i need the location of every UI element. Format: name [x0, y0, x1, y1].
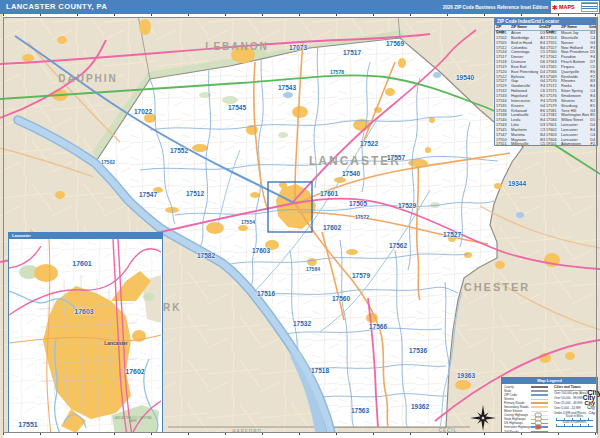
legend-line-symbols: CountyStateZIP CodeStreetsPrimary RoadsS…: [504, 385, 551, 434]
scale-bar-row: Scale in Kilometers: [554, 421, 595, 427]
table-cell: C5: [539, 142, 546, 147]
compass-rose-icon: [468, 403, 498, 433]
title-bar: LANCASTER COUNTY, PA 2026 ZIP Code Busin…: [0, 0, 600, 14]
legend-line-swatch: [531, 399, 548, 400]
legend-line-swatch: [531, 411, 548, 412]
column-header: ZIP Name: [561, 25, 589, 30]
inset-map-svg: [9, 239, 161, 436]
bottom-grid-ruler: [3, 432, 597, 438]
map-canvas: DAUPHINLEBANONLANCASTERCHESTERYORKHARFOR…: [0, 0, 600, 438]
logo-globe-icon: ✱: [552, 4, 558, 11]
logo-text: MAPS: [559, 4, 575, 10]
legend-city-classes: Over 100,000 pop (Area)CityOver 50,000 -…: [554, 391, 595, 415]
scale-bar: [556, 424, 593, 427]
zip-table-body: 17501AkronD317552Mount JoyB317502Bainbri…: [495, 31, 597, 147]
table-cell: 19501: [546, 142, 561, 147]
top-grid-ruler: [3, 14, 597, 18]
table-cell: F2: [589, 142, 596, 147]
city-class-label: Over 25,000 - 49,999: [554, 401, 582, 405]
table-row: 17551MillersvilleC519501AdamstownF2: [496, 142, 596, 147]
city-class-sample: City: [587, 406, 595, 410]
map-title: LANCASTER COUNTY, PA: [6, 2, 107, 11]
legend-line-swatch: [531, 406, 548, 408]
table-cell: Adamstown: [561, 142, 589, 147]
column-header: Grid: [539, 25, 546, 30]
column-header: ZIP Code: [546, 25, 561, 30]
column-header: Grid: [589, 25, 596, 30]
map-legend: Map Legend CountyStateZIP CodeStreetsPri…: [501, 377, 598, 434]
legend-line-swatch: [531, 386, 548, 388]
legend-line-swatch: [531, 390, 548, 392]
legend-scale-bars: Scale in MilesScale in Kilometers: [554, 415, 595, 427]
zip-table-header: ZIP Code Index/Grid Locator: [495, 18, 597, 25]
table-cell: Millersville: [511, 142, 539, 147]
legend-line-swatch: [531, 402, 548, 404]
publisher-logo: ✱ MAPS: [551, 1, 599, 13]
city-class-label: Over 5,000 - 24,999: [554, 406, 581, 410]
legend-line-swatch: [531, 394, 548, 395]
city-class-sample: City: [588, 411, 595, 415]
logo-info-box: [581, 2, 598, 12]
column-header: ZIP Code: [496, 25, 511, 30]
table-cell: 17551: [496, 142, 511, 147]
legend-city-row: Over 5,000 - 24,999City: [554, 405, 595, 410]
column-header: ZIP Name: [511, 25, 539, 30]
edition-label: 2026 ZIP Code Business Reference Inset E…: [443, 5, 548, 10]
inset-map: Lancaster: [8, 232, 163, 437]
city-class-label: Over 50,000 - 99,999: [554, 396, 582, 400]
zip-index-table: ZIP Code Index/Grid Locator ZIP CodeZIP …: [494, 17, 598, 146]
map-document: LANCASTER COUNTY, PA 2026 ZIP Code Busin…: [0, 0, 600, 438]
